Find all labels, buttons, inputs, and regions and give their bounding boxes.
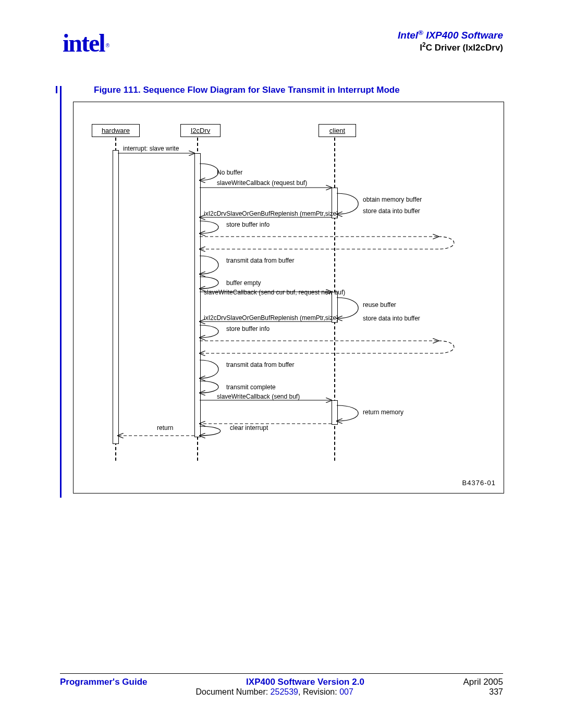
label-obtain-memory: obtain memory buffer <box>363 196 422 203</box>
label-callback-send-cur: slaveWriteCallback (send cur buf, reques… <box>204 289 345 296</box>
label-transmit-1: transmit data from buffer <box>226 257 295 264</box>
page-header: Intel® IXP400 Software I2C Driver (IxI2c… <box>398 29 503 53</box>
footer-guide: Programmer's Guide <box>60 677 148 687</box>
label-buffer-empty: buffer empty <box>226 279 261 287</box>
activation-client-3 <box>332 400 338 425</box>
label-return-memory: return memory <box>363 409 403 416</box>
label-store-data-1: store data into buffer <box>363 207 420 215</box>
label-replenish-1: ixI2cDrvSlaveOrGenBufReplenish (memPtr,s… <box>204 210 338 217</box>
header-subtitle: I2C Driver (IxI2cDrv) <box>398 41 503 53</box>
activation-hardware <box>113 150 119 444</box>
participant-i2cdrv: I2cDrv <box>180 124 221 137</box>
change-bar-marker <box>56 86 57 93</box>
label-interrupt: interrupt: slave write <box>123 145 179 152</box>
page-footer: Programmer's Guide IXP400 Software Versi… <box>60 673 503 697</box>
change-bar <box>60 86 62 498</box>
label-return: return <box>157 424 173 431</box>
footer-docnum: Document Number: 252539, Revision: 007 <box>195 687 353 697</box>
label-transmit-complete: transmit complete <box>226 384 276 391</box>
activation-i2cdrv <box>194 153 201 437</box>
label-replenish-2: ixI2cDrvSlaveOrGenBufReplenish (memPtr,s… <box>204 314 338 322</box>
label-callback-request: slaveWriteCallback (request buf) <box>217 179 307 187</box>
figure-title: Figure 111. Sequence Flow Diagram for Sl… <box>94 85 400 95</box>
label-no-buffer: No buffer <box>217 169 242 176</box>
logo-text: intel <box>63 29 105 57</box>
label-store-buffer-1: store buffer info <box>226 221 270 228</box>
header-title: Intel® IXP400 Software <box>398 29 503 41</box>
sequence-diagram: hardware I2cDrv client <box>73 102 504 493</box>
logo-reg: ® <box>106 43 109 48</box>
label-clear-interrupt: clear interrupt <box>230 424 268 431</box>
diagram-arrows <box>74 102 504 493</box>
label-transmit-2: transmit data from buffer <box>226 361 295 368</box>
participant-hardware: hardware <box>92 124 140 137</box>
intel-logo: intel® <box>63 29 108 57</box>
footer-date: April 2005 <box>463 677 503 687</box>
footer-page: 337 <box>489 687 503 697</box>
label-reuse-buffer: reuse buffer <box>363 301 396 309</box>
label-callback-send-buf: slaveWriteCallback (send buf) <box>217 393 300 400</box>
label-store-data-2: store data into buffer <box>363 315 420 322</box>
label-store-buffer-2: store buffer info <box>226 325 270 332</box>
footer-version: IXP400 Software Version 2.0 <box>246 677 364 687</box>
participant-client: client <box>319 124 356 137</box>
diagram-id: B4376-01 <box>462 479 496 487</box>
